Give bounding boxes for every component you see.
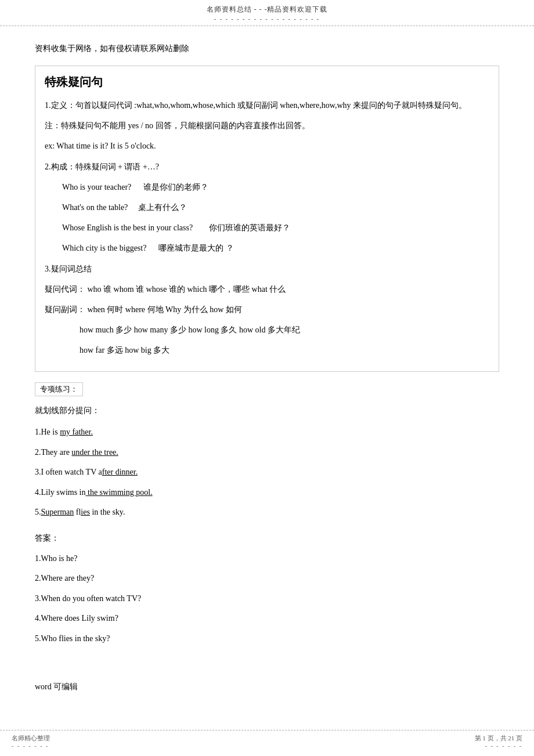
example-3-en: Whose English is the best in your class? xyxy=(62,223,193,232)
q5-num: 5. xyxy=(35,508,41,516)
main-content: 资料收集于网络，如有侵权请联系网站删除 特殊疑问句 1.定义：句首以疑问代词 :… xyxy=(0,26,534,727)
q4-underlined: the swimming pool. xyxy=(86,488,153,497)
header-text: 名师资料总结 - - -精品资料欢迎下载 xyxy=(207,5,328,13)
answer-3: 3.When do you often watch TV? xyxy=(35,591,499,607)
question-1: 1.He is my father. xyxy=(35,425,499,440)
header-bar: 名师资料总结 - - -精品资料欢迎下载 - - - - - - - - - -… xyxy=(0,0,534,26)
footer-left-dots: - - - - - - - xyxy=(12,743,50,749)
question-4: 4.Lily swims in the swimming pool. xyxy=(35,485,499,501)
note: 注：特殊疑问句不能用 yes / no 回答，只能根据问题的内容直接作出回答。 xyxy=(45,118,489,133)
exercises-label-box: 专项练习： xyxy=(35,382,83,396)
example-4-en: Which city is the biggest? xyxy=(62,244,146,252)
answers-section: 答案： 1.Who is he? 2.Where are they? 3.Whe… xyxy=(35,531,499,647)
adverbs3: how far 多远 how big 多大 xyxy=(45,343,489,357)
q2-underlined: under the tree. xyxy=(71,448,118,457)
example-2-en: What's on the table? xyxy=(62,203,128,212)
answer-4: 4.Where does Lily swim? xyxy=(35,611,499,627)
example-2: What's on the table? 桌上有什么？ xyxy=(45,200,489,215)
footer-right-text: 第 1 页，共 21 页 xyxy=(475,734,523,743)
example-2-cn: 桌上有什么？ xyxy=(138,203,187,212)
example-3-cn: 你们班谁的英语最好？ xyxy=(209,223,290,232)
pronouns-line: 疑问代词： who 谁 whom 谁 whose 谁的 which 哪个，哪些 … xyxy=(45,282,489,296)
footer-right-dots: - - - - - - - xyxy=(475,743,523,749)
q3-underlined: fter dinner. xyxy=(102,468,138,476)
q1-num: 1. xyxy=(35,428,41,436)
section-body: 1.定义：句首以疑问代词 :what,who,whom,whose,which … xyxy=(45,98,489,357)
question-2: 2.They are under the tree. xyxy=(35,445,499,461)
definition: 1.定义：句首以疑问代词 :what,who,whom,whose,which … xyxy=(45,98,489,113)
answers-label: 答案： xyxy=(35,531,499,547)
footer-left-text: 名师精心整理 xyxy=(12,734,50,743)
question-5: 5.Superman flies in the sky. xyxy=(35,505,499,520)
example-3: Whose English is the best in your class?… xyxy=(45,220,489,235)
pronouns: who 谁 whom 谁 whose 谁的 which 哪个，哪些 what 什… xyxy=(88,285,286,294)
answer-2: 2.Where are they? xyxy=(35,571,499,587)
structure: 2.构成：特殊疑问词 + 谓语 +…? xyxy=(45,160,489,174)
footer-right: 第 1 页，共 21 页 - - - - - - - xyxy=(475,734,523,749)
answer-5: 5.Who flies in the sky? xyxy=(35,631,499,647)
exercise-section: 专项练习： 就划线部分提问： 1.He is my father. 2.They… xyxy=(35,382,499,520)
q3-num: 3. xyxy=(35,468,41,476)
word-edit: word 可编辑 xyxy=(35,682,499,692)
pronouns-label: 疑问代词： xyxy=(45,285,85,294)
question-3: 3.I often watch TV after dinner. xyxy=(35,465,499,480)
footer-left: 名师精心整理 - - - - - - - xyxy=(12,734,50,749)
example: ex: What time is it? It is 5 o'clock. xyxy=(45,139,489,153)
summary-title: 3.疑问词总结 xyxy=(45,262,489,276)
q4-num: 4. xyxy=(35,488,41,497)
section-title: 特殊疑问句 xyxy=(45,74,489,90)
example-1-cn: 谁是你们的老师？ xyxy=(143,183,208,191)
grammar-section-box: 特殊疑问句 1.定义：句首以疑问代词 :what,who,whom,whose,… xyxy=(35,66,499,372)
footer-bar: 名师精心整理 - - - - - - - 第 1 页，共 21 页 - - - … xyxy=(0,730,534,749)
q2-num: 2. xyxy=(35,448,41,457)
adverbs2: how much 多少 how many 多少 how long 多久 how … xyxy=(45,323,489,337)
adverbs-label: 疑问副词： xyxy=(45,305,85,314)
header-dots: - - - - - - - - - - - - - - - - - - - xyxy=(214,16,320,22)
q5-superman: Superman xyxy=(41,508,74,516)
example-4: Which city is the biggest? 哪座城市是最大的 ？ xyxy=(45,241,489,255)
adverbs: when 何时 where 何地 Why 为什么 how 如何 xyxy=(88,305,242,314)
adverbs-line: 疑问副词： when 何时 where 何地 Why 为什么 how 如何 xyxy=(45,302,489,317)
q1-underlined: my father. xyxy=(60,428,93,436)
exercises-subtitle: 就划线部分提问： xyxy=(35,403,499,419)
example-1: Who is your teacher? 谁是你们的老师？ xyxy=(45,180,489,194)
answer-1: 1.Who is he? xyxy=(35,551,499,567)
disclaimer: 资料收集于网络，如有侵权请联系网站删除 xyxy=(35,44,499,54)
example-4-cn: 哪座城市是最大的 ？ xyxy=(158,244,234,252)
exercises-label: 专项练习： xyxy=(40,385,78,393)
q5-ies: ies xyxy=(81,508,90,516)
example-1-en: Who is your teacher? xyxy=(62,183,131,191)
